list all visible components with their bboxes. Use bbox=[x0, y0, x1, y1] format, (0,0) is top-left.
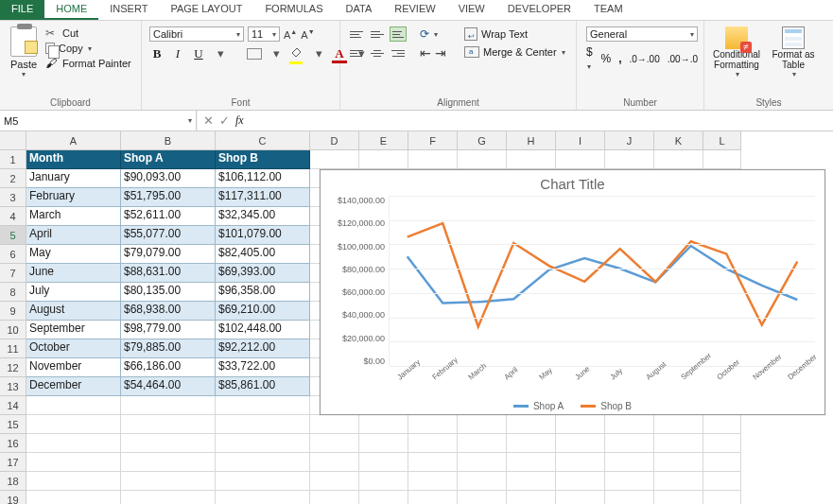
cell[interactable] bbox=[121, 453, 216, 472]
column-header[interactable]: K bbox=[654, 131, 703, 150]
cell[interactable] bbox=[605, 150, 654, 169]
row-header[interactable]: 11 bbox=[0, 339, 26, 358]
cancel-formula-button[interactable]: ✕ bbox=[203, 113, 214, 128]
row-header[interactable]: 3 bbox=[0, 188, 26, 207]
cell[interactable]: Shop B bbox=[216, 150, 310, 169]
cell[interactable] bbox=[310, 453, 359, 472]
cell[interactable]: $66,186.00 bbox=[121, 358, 216, 377]
row-header[interactable]: 8 bbox=[0, 283, 26, 302]
formula-input[interactable] bbox=[250, 111, 827, 130]
cell[interactable]: May bbox=[26, 245, 121, 264]
paste-button[interactable]: Paste ▾ bbox=[4, 23, 43, 78]
row-header[interactable]: 12 bbox=[0, 358, 26, 377]
border-button[interactable] bbox=[247, 48, 262, 60]
row-header[interactable]: 16 bbox=[0, 434, 26, 453]
cell[interactable]: October bbox=[26, 339, 121, 358]
cell[interactable] bbox=[556, 415, 605, 434]
cell[interactable]: $51,795.00 bbox=[121, 188, 216, 207]
chart-title[interactable]: Chart Title bbox=[330, 176, 815, 192]
bold-button[interactable]: B bbox=[149, 46, 165, 61]
cell[interactable] bbox=[408, 491, 458, 504]
cell[interactable] bbox=[359, 453, 408, 472]
cell[interactable] bbox=[216, 491, 310, 504]
enter-formula-button[interactable]: ✓ bbox=[219, 113, 230, 128]
merge-center-button[interactable]: Merge & Center▾ bbox=[461, 45, 568, 59]
cell[interactable]: December bbox=[26, 377, 121, 396]
cell[interactable]: $69,393.00 bbox=[216, 264, 310, 283]
format-painter-button[interactable]: Format Painter bbox=[45, 57, 131, 70]
cell[interactable] bbox=[458, 491, 507, 504]
cell[interactable] bbox=[703, 415, 741, 434]
cell[interactable] bbox=[26, 453, 121, 472]
cell[interactable] bbox=[703, 434, 741, 453]
cell[interactable]: $106,112.00 bbox=[216, 169, 310, 188]
orientation-button[interactable]: ⟳ bbox=[420, 27, 429, 41]
cell[interactable] bbox=[654, 150, 703, 169]
cell[interactable] bbox=[654, 453, 703, 472]
cell[interactable] bbox=[507, 434, 556, 453]
cell[interactable] bbox=[458, 453, 507, 472]
cut-button[interactable]: Cut bbox=[45, 26, 131, 40]
cell[interactable] bbox=[310, 434, 359, 453]
cell[interactable]: $79,079.00 bbox=[121, 245, 216, 264]
column-header[interactable]: H bbox=[507, 131, 556, 150]
column-header[interactable]: C bbox=[216, 131, 310, 150]
row-header[interactable]: 9 bbox=[0, 302, 26, 321]
cell[interactable] bbox=[507, 453, 556, 472]
chart-plot-area[interactable] bbox=[389, 196, 815, 366]
cell[interactable] bbox=[359, 150, 408, 169]
cell[interactable] bbox=[26, 415, 121, 434]
cell[interactable] bbox=[654, 434, 703, 453]
cell[interactable] bbox=[556, 434, 605, 453]
cell[interactable]: $90,093.00 bbox=[121, 169, 216, 188]
cell[interactable]: $33,722.00 bbox=[216, 358, 310, 377]
font-name-select[interactable]: Calibri▾ bbox=[149, 26, 244, 42]
row-header[interactable]: 5 bbox=[0, 226, 26, 245]
tab-data[interactable]: DATA bbox=[335, 0, 384, 20]
cell[interactable] bbox=[408, 453, 458, 472]
cell[interactable]: $98,779.00 bbox=[121, 321, 216, 339]
row-header[interactable]: 6 bbox=[0, 245, 26, 264]
fill-color-button[interactable] bbox=[289, 45, 304, 62]
row-header[interactable]: 7 bbox=[0, 264, 26, 283]
column-header[interactable]: F bbox=[408, 131, 458, 150]
tab-review[interactable]: REVIEW bbox=[383, 0, 446, 20]
column-header[interactable]: B bbox=[121, 131, 216, 150]
cell[interactable]: Month bbox=[26, 150, 121, 169]
row-header[interactable]: 17 bbox=[0, 453, 26, 472]
align-bottom-button[interactable] bbox=[390, 26, 407, 42]
cell[interactable] bbox=[121, 396, 216, 415]
decrease-decimal-button[interactable]: .00→.0 bbox=[668, 54, 698, 64]
cell[interactable] bbox=[458, 415, 507, 434]
cell[interactable]: $55,077.00 bbox=[121, 226, 216, 245]
cell[interactable] bbox=[310, 491, 359, 504]
cell[interactable]: $85,861.00 bbox=[216, 377, 310, 396]
cell[interactable] bbox=[216, 472, 310, 491]
cell[interactable] bbox=[216, 434, 310, 453]
cell[interactable] bbox=[121, 472, 216, 491]
cell[interactable]: September bbox=[26, 321, 121, 339]
cell[interactable]: $92,212.00 bbox=[216, 339, 310, 358]
cell[interactable] bbox=[408, 434, 458, 453]
tab-file[interactable]: FILE bbox=[0, 0, 44, 20]
cell[interactable] bbox=[26, 434, 121, 453]
cell[interactable] bbox=[703, 491, 741, 504]
legend-item[interactable]: Shop A bbox=[513, 401, 564, 411]
increase-font-button[interactable]: A▲ bbox=[284, 28, 297, 41]
row-header[interactable]: 2 bbox=[0, 169, 26, 188]
cell[interactable] bbox=[216, 453, 310, 472]
cell[interactable]: April bbox=[26, 226, 121, 245]
cell[interactable] bbox=[408, 472, 458, 491]
tab-developer[interactable]: DEVELOPER bbox=[496, 0, 582, 20]
cell[interactable] bbox=[359, 434, 408, 453]
tab-page-layout[interactable]: PAGE LAYOUT bbox=[159, 0, 253, 20]
align-center-button[interactable] bbox=[369, 45, 386, 61]
cell[interactable]: November bbox=[26, 358, 121, 377]
italic-button[interactable]: I bbox=[170, 46, 185, 61]
align-top-button[interactable] bbox=[348, 26, 365, 42]
cell[interactable] bbox=[310, 150, 359, 169]
cell[interactable] bbox=[605, 415, 654, 434]
chevron-down-icon[interactable]: ▾ bbox=[434, 30, 438, 39]
cell[interactable]: August bbox=[26, 302, 121, 321]
cell[interactable] bbox=[507, 472, 556, 491]
